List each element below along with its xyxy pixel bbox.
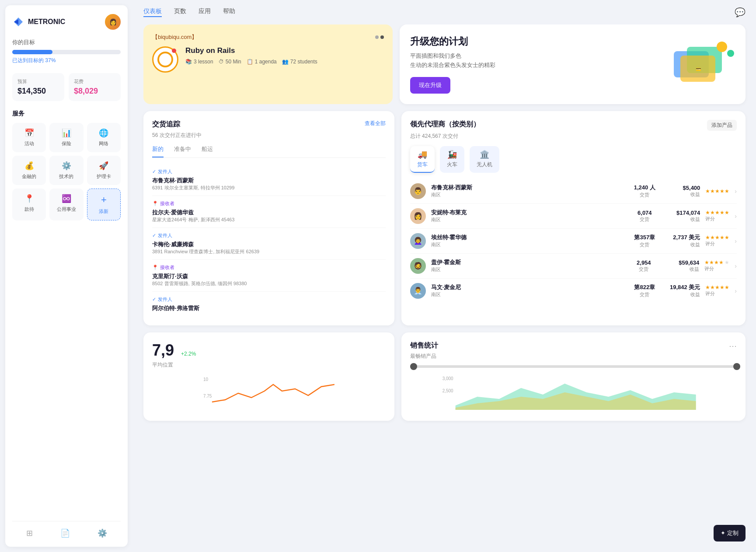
agent-money-3: 2,737 美元 收益 (665, 234, 700, 248)
goal-label: 你的目标 (12, 38, 121, 46)
service-item-care[interactable]: 🚀 护理卡 (87, 156, 121, 185)
agent-name-4: 盖伊·霍金斯 (431, 259, 624, 266)
service-item-utility[interactable]: ♾️ 公用事业 (49, 189, 83, 220)
clock-icon: ⏱ (219, 59, 224, 65)
agents-header: 领先代理商（按类别） 添加产品 (410, 120, 737, 131)
tech-icon: ⚙️ (62, 161, 71, 171)
budget-value: $14,350 (17, 87, 59, 96)
truck-icon: 🚚 (418, 150, 427, 159)
agent-info-4: 盖伊·霍金斯 南区 (431, 259, 624, 273)
nav-dashboard[interactable]: 仪表板 (143, 7, 162, 17)
agent-money-1: $5,400 收益 (665, 185, 700, 198)
agent-arrow-1[interactable]: › (735, 188, 737, 195)
tab-train[interactable]: 🚂 火车 (440, 146, 464, 173)
activity-icon: 📅 (24, 128, 34, 138)
service-item-network[interactable]: 🌐 网络 (87, 123, 121, 152)
addr-2: 星家大道2464号 梅萨, 新泽西州 45463 (152, 217, 386, 223)
agent-row-4: 🧔 盖伊·霍金斯 南区 2,954 交货 $59,634 收益 ★★★★★ (410, 254, 737, 279)
tab-preparing[interactable]: 准备中 (174, 145, 191, 157)
agent-stars-1: ★★★★★ (705, 188, 729, 194)
agents-subtitle: 总计 424,567 次交付 (410, 133, 737, 140)
role-4: 📍 接收者 (152, 264, 386, 271)
delivery-item-1: ✓ 发件人 布鲁克林·西蒙斯 6391 埃尔全主塞莱斯, 特拉华州 10299 (152, 164, 386, 196)
service-item-activity[interactable]: 📅 活动 (12, 123, 46, 152)
train-label: 火车 (447, 161, 457, 168)
drone-label: 无人机 (477, 161, 492, 168)
service-item-finance[interactable]: 💰 金融的 (12, 156, 46, 185)
progress-bar-bg (12, 50, 121, 54)
svg-point-0 (158, 52, 172, 66)
sales-card: 销售统计 ⋯ 最畅销产品 3,000 2,500 (401, 332, 746, 421)
dot-1 (375, 35, 379, 39)
agent-rev-2: $174,074 (665, 210, 700, 216)
agent-trans-label-5: 交货 (629, 291, 660, 298)
service-name-insurance: 保险 (62, 140, 71, 147)
service-name-network: 网络 (99, 140, 108, 147)
agent-arrow-2[interactable]: › (735, 213, 737, 220)
service-name-finance: 金融的 (22, 173, 36, 180)
layers-icon[interactable]: ⊞ (26, 528, 33, 538)
agent-rating-text-2: 评分 (705, 216, 729, 222)
service-item-insurance[interactable]: 📊 保险 (49, 123, 83, 152)
content-area: 【biqubiqu.com】 Ruby on Rails (133, 24, 756, 552)
upgrade-svg: 💳 (665, 38, 735, 91)
slider-thumb-left[interactable] (410, 363, 417, 370)
care-icon: 🚀 (99, 161, 108, 171)
upgrade-button[interactable]: 现在升级 (410, 77, 450, 94)
service-item-add[interactable]: + 添新 (87, 189, 121, 220)
sales-chart-svg: 3,000 2,500 (410, 375, 737, 410)
agent-rev-1: $5,400 (665, 185, 700, 191)
agent-arrow-5[interactable]: › (735, 287, 737, 294)
agent-stat-3: 第357章 交货 (629, 234, 660, 248)
document-icon[interactable]: 📄 (60, 528, 70, 538)
course-duration: ⏱ 50 Min (219, 59, 241, 65)
logo-icon (12, 16, 24, 28)
agent-stars-4: ★★★★★ (704, 259, 729, 266)
role-2: 📍 接收者 (152, 200, 386, 207)
nav-pages[interactable]: 页数 (174, 7, 186, 17)
tab-drone[interactable]: 🏛️ 无人机 (470, 146, 499, 173)
sidebar-header: METRONIC 👩 (12, 14, 121, 30)
delivery-tabs: 新的 准备中 船运 (152, 145, 386, 158)
avatar[interactable]: 👩 (105, 14, 121, 30)
course-meta: 📚 3 lesson ⏱ 50 Min 📋 1 agenda (185, 59, 317, 65)
service-item-tech[interactable]: ⚙️ 技术的 (49, 156, 83, 185)
sender-icon-1: ✓ (152, 169, 156, 175)
add-product-button[interactable]: 添加产品 (707, 120, 737, 131)
slider-thumb-right[interactable] (733, 363, 740, 370)
nav-help[interactable]: 帮助 (223, 7, 235, 17)
svg-text:2,500: 2,500 (442, 388, 453, 393)
view-all-link[interactable]: 查看全部 (365, 120, 386, 127)
stats-small-card: 7,9 +2.2% 平均位置 10 7.75 (143, 332, 394, 421)
agent-trans-label-2: 交货 (629, 216, 660, 223)
settings-icon[interactable]: ⚙️ (98, 528, 107, 538)
agent-row-1: 👨 布鲁克林·西蒙斯 南区 1,240 人 交货 $5,400 收益 ★★★ (410, 179, 737, 204)
nav-apps[interactable]: 应用 (199, 7, 211, 17)
tab-truck[interactable]: 🚚 货车 (410, 146, 435, 173)
agent-row-3: 👩‍🦱 埃丝特·霍华德 南区 第357章 交货 2,737 美元 收益 ★ (410, 229, 737, 254)
delivery-header: 交货追踪 查看全部 (152, 120, 386, 129)
agent-money-2: $174,074 收益 (665, 210, 700, 223)
agent-stars-2: ★★★★★ (705, 210, 729, 216)
service-item-hospitality[interactable]: 📍 款待 (12, 189, 46, 220)
agent-info-5: 马文·麦金尼 南区 (431, 283, 624, 298)
delivery-card: 交货追踪 查看全部 56 次交付正在进行中 新的 准备中 船运 ✓ 发件人 布鲁… (143, 111, 394, 325)
agent-arrow-3[interactable]: › (735, 238, 737, 245)
agent-trans-label-1: 交货 (629, 192, 660, 198)
sales-more-dots[interactable]: ⋯ (729, 341, 737, 351)
agent-row-5: 👨‍💼 马文·麦金尼 南区 第822章 交货 19,842 美元 收益 ★ (410, 279, 737, 303)
customize-button[interactable]: ✦ 定制 (714, 525, 746, 542)
agent-info-3: 埃丝特·霍华德 南区 (431, 234, 624, 248)
tab-new[interactable]: 新的 (152, 145, 164, 157)
agent-arrow-4[interactable]: › (735, 262, 737, 269)
role-3: ✓ 发件人 (152, 232, 386, 239)
tab-shipping[interactable]: 船运 (202, 145, 213, 157)
agent-name-5: 马文·麦金尼 (431, 283, 624, 291)
topnav-notification[interactable]: 💬 (735, 7, 746, 17)
upgrade-desc: 平面插图和我们多色 生动的未混合紫色头发女士的精彩 (410, 52, 495, 70)
topnav-links: 仪表板 页数 应用 帮助 (143, 7, 235, 17)
agent-info-1: 布鲁克林·西蒙斯 南区 (431, 184, 624, 198)
course-card: 【biqubiqu.com】 Ruby on Rails (143, 24, 393, 104)
sales-subtitle: 最畅销产品 (410, 353, 737, 360)
agenda-icon: 📋 (247, 59, 253, 65)
